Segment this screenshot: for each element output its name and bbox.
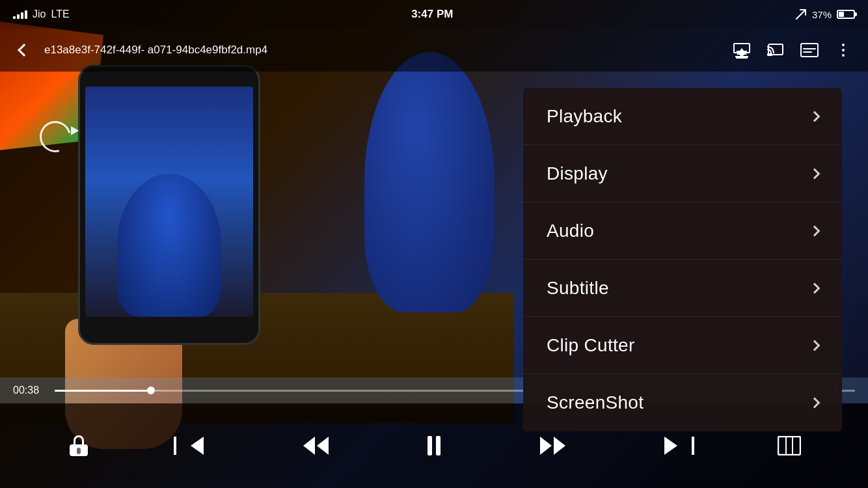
more-options-button[interactable] xyxy=(829,36,858,64)
lock-icon xyxy=(70,435,88,456)
menu-item-audio[interactable]: Audio xyxy=(523,202,842,260)
skip-next-button[interactable] xyxy=(651,426,690,465)
fast-forward-button[interactable] xyxy=(533,426,572,465)
pause-button[interactable] xyxy=(414,426,454,465)
menu-item-label-clip-cutter: Clip Cutter xyxy=(547,335,635,356)
menu-item-clip-cutter[interactable]: Clip Cutter xyxy=(523,317,842,374)
three-dots-icon xyxy=(842,44,845,57)
menu-item-chevron-playback xyxy=(809,111,821,122)
menu-item-chevron-audio xyxy=(809,225,821,236)
captain-america-figure-phone xyxy=(117,174,221,317)
skip-previous-button[interactable] xyxy=(178,426,217,465)
fast-forward-icon xyxy=(540,437,565,455)
subtitle-icon xyxy=(800,43,819,57)
lock-button[interactable] xyxy=(59,426,98,465)
svg-rect-5 xyxy=(778,437,800,455)
file-name-label: e13a8e3f-742f-449f- a071-94bc4e9fbf2d.mp… xyxy=(44,43,717,57)
menu-item-label-subtitle: Subtitle xyxy=(547,278,609,299)
captain-america-figure-right xyxy=(364,52,495,312)
menu-item-label-screenshot: ScreenShot xyxy=(547,392,644,413)
top-right-icons xyxy=(727,36,858,64)
seek-progress xyxy=(55,390,151,392)
menu-item-playback[interactable]: Playback xyxy=(523,88,842,145)
airplay-button[interactable] xyxy=(727,36,756,64)
top-bar: e13a8e3f-742f-449f- a071-94bc4e9fbf2d.mp… xyxy=(0,29,868,72)
back-button[interactable] xyxy=(10,38,34,62)
status-left: Jio LTE xyxy=(13,8,70,20)
rewind-button[interactable] xyxy=(296,426,335,465)
replay-button[interactable] xyxy=(36,117,75,156)
menu-item-label-playback: Playback xyxy=(547,106,622,127)
skip-next-icon xyxy=(664,437,677,455)
subtitle-button[interactable] xyxy=(795,36,824,64)
battery-percent-label: 37% xyxy=(812,9,832,20)
menu-item-label-display: Display xyxy=(547,163,608,184)
battery-icon xyxy=(837,10,855,19)
cast-icon xyxy=(767,43,784,57)
airplay-icon xyxy=(733,43,750,57)
back-chevron-icon xyxy=(18,44,31,57)
current-time-label: 00:38 xyxy=(13,385,47,396)
fit-screen-icon xyxy=(778,436,801,455)
rewind-icon xyxy=(303,437,329,455)
menu-item-chevron-clip-cutter xyxy=(809,340,821,351)
network-type-label: LTE xyxy=(51,8,69,20)
status-bar: Jio LTE 3:47 PM 37% xyxy=(0,0,868,29)
menu-item-subtitle[interactable]: Subtitle xyxy=(523,260,842,317)
skip-previous-icon xyxy=(191,437,204,455)
menu-item-chevron-screenshot xyxy=(809,398,821,409)
phone-screen xyxy=(85,87,253,317)
seek-thumb[interactable] xyxy=(147,386,155,394)
menu-item-chevron-display xyxy=(809,168,821,179)
fit-screen-button[interactable] xyxy=(770,426,809,465)
status-right: 37% xyxy=(795,8,855,20)
cast-button[interactable] xyxy=(761,36,790,64)
context-menu: PlaybackDisplayAudioSubtitleClip CutterS… xyxy=(523,88,842,431)
carrier-label: Jio xyxy=(33,8,46,20)
menu-item-chevron-subtitle xyxy=(809,282,821,293)
svg-rect-2 xyxy=(801,44,818,57)
menu-item-screenshot[interactable]: ScreenShot xyxy=(523,374,842,431)
menu-item-display[interactable]: Display xyxy=(523,145,842,202)
phone-device xyxy=(78,65,260,345)
navigation-icon xyxy=(795,8,807,20)
svg-rect-1 xyxy=(767,53,772,56)
time-label: 3:47 PM xyxy=(411,8,453,21)
pause-icon xyxy=(427,436,441,455)
menu-item-label-audio: Audio xyxy=(547,221,594,241)
replay-icon xyxy=(34,115,77,158)
signal-icon xyxy=(13,10,27,19)
